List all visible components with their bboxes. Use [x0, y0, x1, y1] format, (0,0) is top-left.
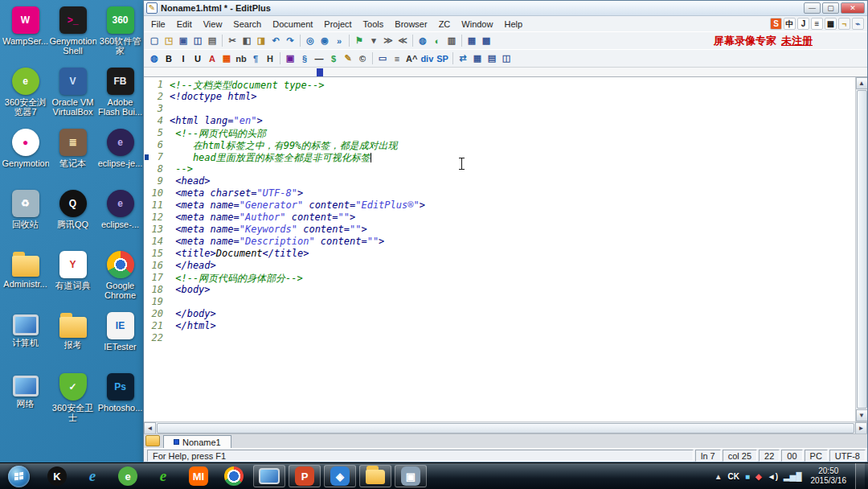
taskbar-clock[interactable]: 20:50 2015/3/16	[811, 466, 847, 486]
input-mode-icon[interactable]: 中	[784, 18, 796, 30]
undo-icon[interactable]: ↶	[268, 34, 283, 48]
horizontal-scroll-thumb[interactable]	[157, 423, 854, 434]
code-line[interactable]: 14 <meta name="Description" content="">	[144, 236, 855, 248]
heading-icon[interactable]: H	[263, 51, 277, 66]
menu-edit[interactable]: Edit	[171, 18, 198, 31]
taskbar-app-blue[interactable]: ◈	[324, 465, 356, 487]
italic-icon[interactable]: I	[176, 51, 190, 66]
code-line[interactable]: 1<!--文档类型document type-->	[144, 79, 855, 91]
desktop-icon-eclipse-jee[interactable]: eeclipse-je...	[96, 125, 144, 187]
scroll-down-button[interactable]: ▼	[856, 409, 868, 421]
scroll-left-button[interactable]: ◄	[144, 422, 156, 434]
font-color-icon[interactable]: A	[205, 51, 219, 66]
indent-icon[interactable]: ≫	[381, 34, 395, 48]
taskbar-chrome[interactable]	[218, 465, 250, 487]
desktop-icon-ietester[interactable]: IEIETester	[96, 309, 144, 370]
cut-icon[interactable]: ✂	[225, 34, 240, 48]
vertical-scrollbar[interactable]: ▲ ▼	[855, 77, 867, 421]
title-bar[interactable]: ✎ Noname1.html * - EditPlus — ▢ ✕	[144, 1, 867, 16]
save-all-icon[interactable]: ◫	[190, 34, 205, 48]
desktop-icon-youdao-dict[interactable]: Y有道词典	[49, 248, 96, 309]
desktop-icon-adobe-flash-builder[interactable]: FBAdobe Flash Bui...	[96, 64, 144, 125]
print-icon[interactable]: ▤	[205, 34, 219, 48]
open-file-icon[interactable]: ◳	[162, 34, 176, 48]
table-edit-icon[interactable]: ▩	[479, 34, 493, 48]
div-tag-icon[interactable]: div	[419, 51, 435, 66]
desktop-icon-network[interactable]: 网络	[2, 370, 49, 431]
fullscreen-icon[interactable]: ▥	[444, 34, 459, 48]
code-line[interactable]: 8 -->	[144, 163, 855, 175]
menu-zc[interactable]: ZC	[433, 18, 457, 31]
desktop-icon-recycle-bin[interactable]: ♻回收站	[2, 187, 49, 248]
taskbar-powerpoint[interactable]: P	[289, 465, 321, 487]
sogou-input-icon[interactable]: S	[770, 18, 782, 30]
form-icon[interactable]: ▭	[375, 51, 390, 66]
code-line[interactable]: 19	[144, 296, 855, 308]
taskbar-file-explorer[interactable]	[359, 465, 391, 487]
input-punct-icon[interactable]: ≡	[811, 18, 823, 30]
find-next-icon[interactable]: »	[332, 34, 346, 48]
desktop-icon-360-software-manager[interactable]: 360360软件管家	[96, 3, 144, 64]
swap-icon[interactable]: ⇄	[456, 51, 470, 66]
vertical-scroll-thumb[interactable]	[857, 90, 867, 409]
script-icon[interactable]: ✎	[341, 51, 355, 66]
new-document-icon[interactable]: ▢	[147, 34, 162, 48]
code-line[interactable]: 9 <head>	[144, 175, 855, 187]
menu-search[interactable]: Search	[227, 18, 267, 31]
code-line[interactable]: 7 head里面放置的标签全都是非可视化标签	[144, 151, 855, 163]
volume-icon[interactable]: ◄)	[768, 472, 778, 481]
menu-tools[interactable]: Tools	[358, 18, 390, 31]
desktop-icon-genymotion-shell[interactable]: >_Genymotion Shell	[49, 3, 96, 64]
taskbar-browser-green[interactable]: e	[147, 465, 179, 487]
underline-icon[interactable]: U	[190, 51, 205, 66]
network-icon[interactable]: ▂▅█	[784, 472, 801, 481]
save-icon[interactable]: ▣	[176, 34, 190, 48]
html-toolbar-icon[interactable]: ◍	[416, 34, 430, 48]
view-in-browser-icon[interactable]: ◍	[147, 51, 162, 66]
image-icon[interactable]: ▣	[283, 51, 297, 66]
menu-document[interactable]: Document	[267, 18, 318, 31]
next-bookmark-icon[interactable]: ▾	[366, 34, 381, 48]
code-line[interactable]: 11 <meta name="Generator" content="EditP…	[144, 199, 855, 212]
color-picker-icon[interactable]: ▦	[219, 51, 234, 66]
browser-view-icon[interactable]: ◐	[430, 34, 444, 48]
menu-project[interactable]: Project	[318, 18, 357, 31]
taskbar-xiaomi[interactable]: MI	[182, 465, 215, 487]
superscript-icon[interactable]: A^	[404, 51, 419, 66]
desktop-icon-notebooks[interactable]: ≣笔记本	[49, 125, 96, 187]
taskbar-my-computer[interactable]	[253, 465, 285, 487]
code-line[interactable]: 21 </html>	[144, 320, 855, 332]
maximize-button[interactable]: ▢	[822, 2, 839, 14]
table-cell-icon[interactable]: ◫	[499, 51, 514, 66]
desktop-icon-wampserver[interactable]: WWampSer...	[2, 3, 49, 64]
desktop-icon-google-chrome[interactable]: Google Chrome	[96, 248, 144, 309]
hidden-icons-icon[interactable]: ▲	[714, 472, 723, 481]
taskbar-kugou-music[interactable]: K	[41, 465, 73, 487]
input-shape-icon[interactable]: J	[797, 18, 809, 30]
desktop-icon-oracle-vm-virtualbox[interactable]: VOracle VM VirtualBox	[49, 64, 96, 125]
tray-app-red-icon[interactable]: ◆	[755, 472, 762, 481]
menu-window[interactable]: Window	[456, 18, 498, 31]
code-line[interactable]: 3	[144, 103, 855, 115]
table-row-icon[interactable]: ▤	[485, 51, 499, 66]
table-insert-icon[interactable]: ▦	[465, 34, 479, 48]
tray-app-blue-icon[interactable]: ■	[745, 472, 750, 481]
start-button[interactable]	[8, 466, 30, 487]
toggle-bookmark-icon[interactable]: ⚑	[352, 34, 366, 48]
code-line[interactable]: 10 <meta charset="UTF-8">	[144, 187, 855, 199]
code-area[interactable]: 1<!--文档类型document type-->2<!doctype html…	[144, 77, 855, 421]
code-line[interactable]: 20 </body>	[144, 308, 855, 320]
scroll-up-button[interactable]: ▲	[856, 77, 868, 89]
scroll-right-button[interactable]: ►	[855, 422, 867, 434]
desktop-icon-360-secure-browser[interactable]: e360安全浏览器7	[2, 64, 49, 125]
desktop-icon-administrator-folder[interactable]: Administr...	[2, 248, 49, 309]
code-line[interactable]: 12 <meta name="Author" content="">	[144, 212, 855, 224]
close-button[interactable]: ✕	[841, 2, 865, 14]
find-icon[interactable]: ◎	[303, 34, 317, 48]
code-line[interactable]: 4<html lang="en">	[144, 115, 855, 127]
desktop-icon-computer[interactable]: 计算机	[2, 309, 49, 370]
span-tag-icon[interactable]: SP	[435, 51, 450, 66]
code-line[interactable]: 5 <!--网页代码的头部	[144, 127, 855, 139]
taskbar-360-browser[interactable]: e	[112, 465, 144, 487]
menu-help[interactable]: Help	[498, 18, 528, 31]
